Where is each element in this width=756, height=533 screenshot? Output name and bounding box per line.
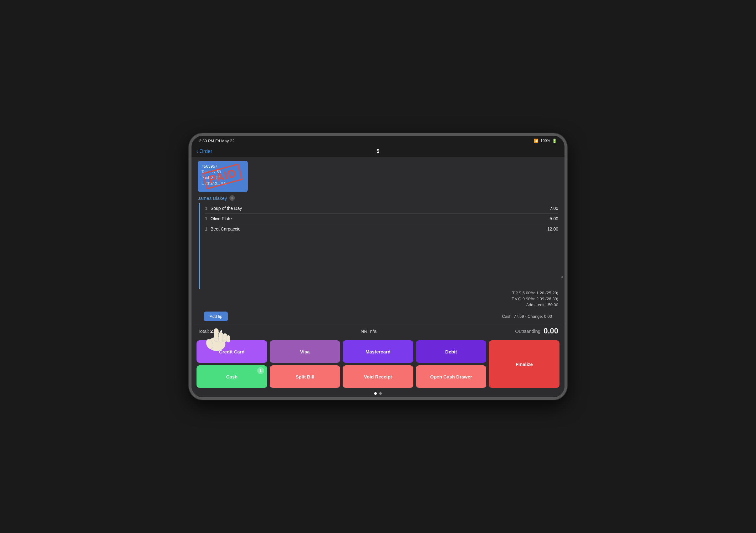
page-dot-2 [379,392,382,395]
paid-stamp: Paid [201,164,245,189]
page-dot-1 [374,392,377,395]
split-bill-button[interactable]: Split Bill [270,365,340,388]
customer-row: James Blakey ✕ [198,192,558,203]
item-left: 1 Soup of the Day [205,206,242,211]
order-details: James Blakey ✕ 1 Soup of the Day 7.00 1 [192,192,564,324]
scroll-indicator [561,276,563,278]
total-bar: Total: 27.59 NR: n/a Outstanding: 0.00 [192,324,564,338]
item-left: 1 Olive Plate [205,216,232,221]
item-left: 1 Beet Carpaccio [205,227,241,231]
open-cash-drawer-button[interactable]: Open Cash Drawer [416,365,487,388]
void-receipt-button[interactable]: Void Receipt [343,365,413,388]
table-row: 1 Soup of the Day 7.00 [205,203,558,214]
status-right: 📶 100% 🔋 [534,139,557,143]
table-row: 1 Olive Plate 5.00 [205,214,558,224]
back-button[interactable]: ‹ Order [197,148,212,154]
tvq-line: T.V.Q 9.98%: 2.39 (26.39) [512,297,558,301]
cash-change-line: Cash: 77.59 - Change: 0.00 [502,314,552,319]
status-time: 2:39 PM Fri May 22 [199,139,234,143]
nav-bar: ‹ Order 5 [192,146,564,157]
add-tip-button[interactable]: Add tip [204,311,228,321]
mastercard-button[interactable]: Mastercard [343,340,413,363]
tps-line: T.P.S 5.00%: 1.20 (25.20) [512,291,558,295]
outstanding-section: Outstanding: 0.00 [515,327,558,335]
back-label: Order [199,148,212,154]
tip-row: Add tip Cash: 77.59 - Change: 0.00 [198,309,558,324]
chevron-left-icon: ‹ [197,148,198,154]
item-price: 5.00 [550,216,558,221]
cash-badge: 1 [257,367,264,374]
summary-section: T.P.S 5.00%: 1.20 (25.20) T.V.Q 9.98%: 2… [198,289,558,309]
order-items-list: 1 Soup of the Day 7.00 1 Olive Plate 5.0… [199,203,558,289]
paid-text: Paid [202,163,243,189]
remove-customer-button[interactable]: ✕ [230,195,235,201]
cash-button[interactable]: Cash 1 [197,365,267,388]
customer-name: James Blakey [198,196,227,201]
item-name: Olive Plate [211,216,232,221]
outstanding-label: Outstanding: [515,329,542,334]
item-price: 12.00 [547,227,558,231]
finalize-button[interactable]: Finalize [489,340,559,388]
item-price: 7.00 [550,206,558,211]
receipt-area: #563957 Total: 27.59 Paid: 27.59 Outstan… [192,157,564,192]
battery-icon: 🔋 [552,139,557,143]
battery-text: 100% [540,139,550,143]
item-name: Beet Carpaccio [211,227,241,231]
table-row: 1 Beet Carpaccio 12.00 [205,224,558,234]
add-credit-line: Add credit: -50.00 [526,303,558,307]
status-bar: 2:39 PM Fri May 22 📶 100% 🔋 [192,136,564,146]
credit-card-button[interactable]: Credit Card [197,340,267,363]
payment-grid: Credit Card Visa Mastercard Debit Finali… [192,338,564,390]
item-qty: 1 [205,227,207,231]
outstanding-value: 0.00 [544,327,558,335]
total-label: Total: 27.59 [198,329,222,334]
nav-title: 5 [377,148,380,154]
nr-label: NR: n/a [361,329,376,334]
visa-button[interactable]: Visa [270,340,340,363]
item-name: Soup of the Day [211,206,242,211]
item-qty: 1 [205,206,207,211]
wifi-icon: 📶 [534,139,539,143]
debit-button[interactable]: Debit [416,340,487,363]
main-content: #563957 Total: 27.59 Paid: 27.59 Outstan… [192,157,564,397]
item-qty: 1 [205,216,207,221]
page-dots [192,390,564,397]
receipt-card[interactable]: #563957 Total: 27.59 Paid: 27.59 Outstan… [198,161,248,192]
